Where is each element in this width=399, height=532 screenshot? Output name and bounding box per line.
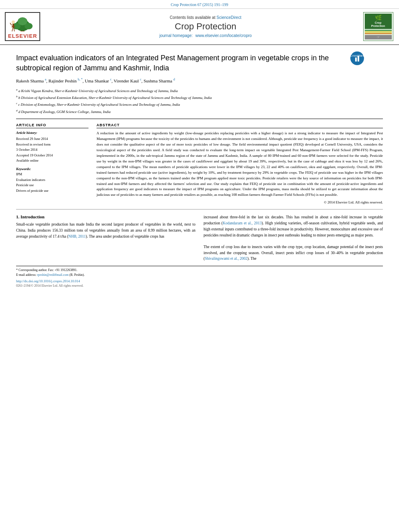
journal-header: ELSEVIER Contents lists available at Sci… — [0, 9, 399, 45]
history-label: Article history: — [16, 131, 88, 135]
logo-line-yellow — [365, 31, 392, 33]
affiliation-d: d d Department of Zoology, GGM Science C… — [16, 109, 383, 115]
cp-logo-icon: 🌿 — [375, 14, 382, 21]
elsevier-logo: ELSEVIER — [5, 12, 49, 41]
divider-1 — [16, 119, 383, 119]
author-sup-c1: c — [110, 78, 112, 81]
keyword-ipm: IPM — [16, 172, 88, 177]
corresponding-author: * Corresponding author. Fax: +91 1912263… — [16, 268, 383, 273]
svg-rect-15 — [358, 56, 359, 62]
article-title: Impact evaluation indicators of an Integ… — [16, 53, 346, 73]
available-online: Available online — [16, 158, 88, 164]
section1-name: Introduction — [21, 214, 45, 219]
top-bar: Crop Protection 67 (2015) 191–199 — [0, 0, 399, 9]
revised-date: 3 October 2014 — [16, 147, 88, 153]
affiliation-b: b b Division of Agricultural Extension E… — [16, 94, 383, 101]
elsevier-wordmark: ELSEVIER — [8, 33, 37, 39]
copyright-line: © 2014 Elsevier Ltd. All rights reserved… — [97, 200, 383, 204]
abstract-heading: Abstract — [97, 123, 383, 128]
footnote-section: * Corresponding author. Fax: +91 1912263… — [16, 266, 383, 288]
abstract-col: Abstract A reduction in the amount of ac… — [97, 123, 383, 204]
cp-logo-inner: 🌿 CropProtection — [365, 14, 392, 29]
intro-col-left: 1. Introduction Small-scale vegetable pr… — [16, 214, 195, 262]
science-direct-link[interactable]: ScienceDirect — [216, 15, 241, 20]
crossmark-icon: CrossMark — [350, 51, 364, 66]
author-sup-c2: c — [140, 78, 142, 81]
svg-point-4 — [18, 17, 27, 25]
issn-line: 0261-2194/© 2014 Elsevier Ltd. All right… — [16, 284, 383, 288]
body-content: 1. Introduction Small-scale vegetable pr… — [16, 214, 383, 262]
svg-text:CrossMark: CrossMark — [350, 54, 364, 57]
doi-line[interactable]: http://dx.doi.org/10.1016/j.cropro.2014.… — [16, 279, 383, 283]
shivalingswami-ref[interactable]: Shivalingswami et al., 2002 — [205, 257, 247, 261]
journal-center: Contents lists available at ScienceDirec… — [53, 12, 358, 41]
cp-logo-box: 🌿 CropProtection ☞ — [363, 12, 393, 41]
affiliation-c: c c Division of Entomology, Sher-e-Kashm… — [16, 101, 383, 107]
article-info-col: Article Info Article history: Received 2… — [16, 123, 88, 204]
received-date: Received 29 June 2014 — [16, 136, 88, 142]
logo-line-orange — [365, 33, 392, 34]
section1-number: 1. — [16, 214, 19, 219]
title-row: Impact evaluation indicators of an Integ… — [16, 49, 383, 77]
elsevier-logo-box: ELSEVIER — [5, 12, 40, 41]
homepage-url[interactable]: www.elsevier.com/locate/cropro — [195, 33, 252, 38]
intro-text-left: Small-scale vegetable production has mad… — [16, 222, 195, 239]
journal-title: Crop Protection — [175, 21, 237, 32]
affil-text-c: c Division of Entomology, Sher-e-Kashmir… — [18, 103, 180, 107]
nhb-ref[interactable]: NHB, 2011 — [68, 234, 86, 238]
svg-line-9 — [12, 28, 13, 31]
keywords-label: Keywords: — [16, 167, 88, 171]
svg-line-11 — [10, 23, 12, 25]
keywords-section: Keywords: IPM Evaluation indicators Pest… — [16, 167, 88, 193]
bottom-divider — [16, 209, 383, 210]
affil-sup-d: d — [16, 109, 18, 112]
kodandaram-ref[interactable]: Kodandaram et al., 2013 — [223, 221, 262, 225]
affil-sup-a: a — [16, 88, 18, 91]
cp-logo-arrow: ☞ — [365, 35, 392, 39]
author-sup-b: b, * — [78, 78, 82, 81]
homepage-label: journal homepage: — [159, 33, 193, 38]
affil-text-b: b Division of Agricultural Extension Edu… — [19, 96, 212, 100]
crossmark: CrossMark — [350, 51, 364, 66]
crop-protection-logo: 🌿 CropProtection ☞ — [362, 12, 394, 41]
journal-homepage-line: journal homepage: www.elsevier.com/locat… — [159, 33, 252, 38]
revised-label: Received in revised form — [16, 142, 88, 148]
abstract-text: A reduction in the amount of active ingr… — [97, 131, 383, 198]
journal-citation: Crop Protection 67 (2015) 191–199 — [171, 2, 228, 7]
affil-text-d: d Department of Zoology, GGM Science Col… — [19, 110, 111, 114]
affil-text-a: a Krishi Vigyan Kendra, Sher-e-Kashmir U… — [19, 89, 178, 93]
elsevier-tree-icon — [8, 14, 37, 32]
affiliation-a: a a Krishi Vigyan Kendra, Sher-e-Kashmir… — [16, 88, 383, 94]
article-info-abstract-row: Article Info Article history: Received 2… — [16, 123, 383, 204]
logo-line-green — [365, 30, 392, 31]
author-sup-a: a — [45, 78, 46, 81]
accepted-date: Accepted 19 October 2014 — [16, 153, 88, 158]
cp-logo-lines — [365, 30, 392, 34]
email-label: E-mail address: — [16, 273, 36, 277]
affil-sup-b: b — [16, 95, 18, 98]
email-address[interactable]: rpeshin@rediffmail.com — [37, 273, 69, 277]
affil-sup-c: c — [16, 102, 17, 105]
authors-line: Rakesh Sharma a, Rajinder Peshin b, *, U… — [16, 77, 383, 84]
email-suffix: (R. Peshin). — [70, 273, 85, 277]
cp-logo-text: CropProtection — [371, 21, 385, 28]
author-sup-d: d — [173, 78, 175, 81]
svg-rect-14 — [355, 58, 357, 62]
intro-text-right: increased about three-fold in the last s… — [204, 214, 383, 262]
svg-point-12 — [350, 51, 364, 65]
science-direct-line: Contents lists available at ScienceDirec… — [170, 15, 241, 20]
section1-title: 1. Introduction — [16, 214, 195, 219]
intro-col-right: increased about three-fold in the last s… — [204, 214, 383, 262]
svg-point-5 — [12, 21, 15, 24]
email-line: E-mail address: rpeshin@rediffmail.com (… — [16, 273, 383, 277]
article-info-heading: Article Info — [16, 123, 88, 128]
keyword-pesticide: Pesticide use — [16, 183, 88, 188]
keyword-eval: Evaluation indicators — [16, 177, 88, 183]
main-content: Impact evaluation indicators of an Integ… — [0, 45, 399, 292]
keyword-drivers: Drivers of pesticide use — [16, 188, 88, 194]
